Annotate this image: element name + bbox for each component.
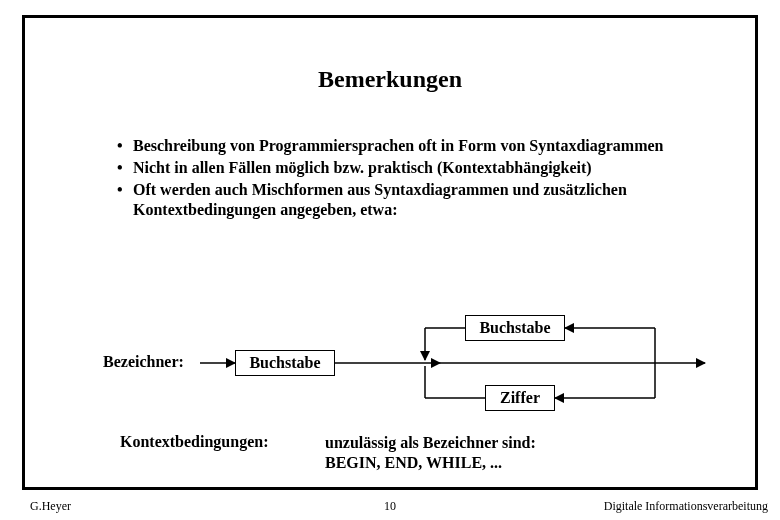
box-main: Buchstabe — [235, 350, 335, 376]
box-bottom: Ziffer — [485, 385, 555, 411]
bullet-list: Beschreibung von Programmiersprachen oft… — [117, 136, 717, 222]
kontext-body: unzulässig als Bezeichner sind: BEGIN, E… — [325, 433, 536, 473]
diagram-label: Bezeichner: — [103, 353, 184, 371]
footer-course: Digitale Informationsverarbeitung — [604, 499, 768, 514]
kontext-label: Kontextbedingungen: — [120, 433, 268, 451]
bullet-item: Beschreibung von Programmiersprachen oft… — [117, 136, 717, 156]
slide-title: Bemerkungen — [25, 66, 755, 93]
syntax-diagram: Bezeichner: Buchstabe Buchstabe Ziffer — [25, 298, 761, 418]
bullet-item: Oft werden auch Mischformen aus Syntaxdi… — [117, 180, 717, 220]
kontext-line2: BEGIN, END, WHILE, ... — [325, 453, 536, 473]
box-top: Buchstabe — [465, 315, 565, 341]
bullet-item: Nicht in allen Fällen möglich bzw. prakt… — [117, 158, 717, 178]
kontext-line1: unzulässig als Bezeichner sind: — [325, 433, 536, 453]
slide-frame: Bemerkungen Beschreibung von Programmier… — [22, 15, 758, 490]
